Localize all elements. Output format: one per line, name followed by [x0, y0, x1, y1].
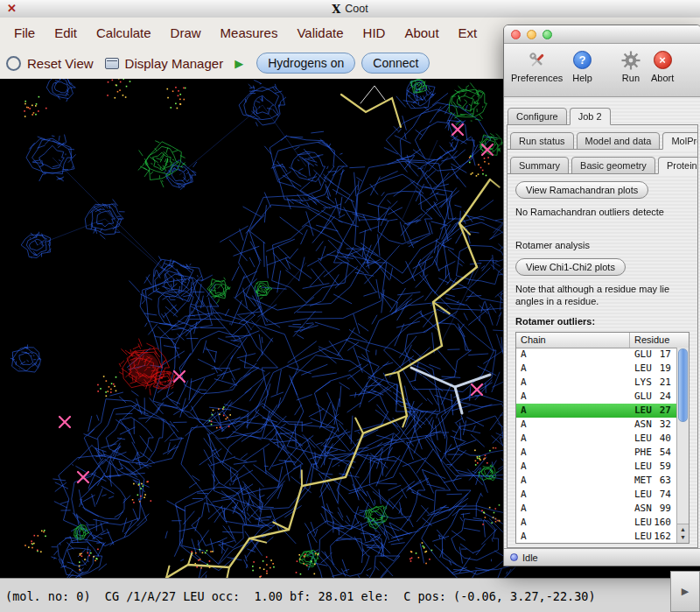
rotamer-row[interactable]: ALEU19: [516, 362, 677, 376]
ramachandran-result: No Ramachandran outliers detecte: [515, 207, 664, 217]
menu-validate[interactable]: Validate: [287, 25, 353, 40]
reset-view-icon[interactable]: [6, 56, 21, 71]
menu-file[interactable]: File: [4, 25, 45, 40]
rotamer-outliers-table: Chain Residue AGLU17ALEU19ALYS21AGLU24AL…: [515, 332, 690, 544]
window-title: X Coot: [0, 0, 700, 18]
tab-job-2[interactable]: Job 2: [570, 108, 611, 125]
run-button[interactable]: Run: [620, 48, 641, 83]
abort-label: Abort: [651, 73, 674, 83]
notebook-level2: Run status Model and data MolProbit: [508, 125, 697, 150]
scrollbar-thumb[interactable]: [678, 348, 688, 422]
rotamer-analysis-label: Rotamer analysis: [515, 240, 590, 250]
column-header-chain[interactable]: Chain: [516, 333, 630, 348]
molprobity-window: Preferences ? Help: [503, 25, 700, 566]
menu-edit[interactable]: Edit: [45, 25, 87, 40]
tab-basic-geometry[interactable]: Basic geometry: [571, 157, 655, 174]
tab-protein[interactable]: Protein: [658, 157, 697, 174]
tab-molprobity[interactable]: MolProbit: [662, 132, 698, 150]
menu-measures[interactable]: Measures: [211, 25, 288, 40]
rotamer-note-line1: Note that although a residue may lie: [515, 284, 669, 294]
scrollbar-arrows[interactable]: ▲▼: [677, 524, 689, 543]
rotamer-row[interactable]: APHE54: [516, 446, 677, 460]
screen: ✕ X Coot FileEditCalculateDrawMeasuresVa…: [0, 0, 700, 612]
preferences-icon: [527, 48, 548, 72]
help-icon: ?: [573, 51, 592, 69]
column-header-residue[interactable]: Residue: [630, 333, 689, 348]
dialog-toolbar: Preferences ? Help: [504, 44, 700, 97]
rotamer-row[interactable]: AMET63: [516, 474, 677, 488]
dialog-titlebar[interactable]: [504, 25, 700, 44]
rotamer-outliers-label: Rotamer outliers:: [515, 316, 595, 327]
preferences-button[interactable]: Preferences: [511, 48, 563, 83]
green-arrow-icon[interactable]: ▶: [234, 58, 243, 69]
view-ramachandran-button[interactable]: View Ramachandran plots: [515, 181, 648, 199]
menu-hid[interactable]: HID: [354, 25, 396, 40]
view-chi-plots-button[interactable]: View Chi1-Chi2 plots: [515, 258, 626, 276]
job-frame: Run status Model and data MolProbit Summ…: [507, 124, 698, 548]
zoom-light-icon[interactable]: [542, 30, 552, 39]
display-manager-button[interactable]: Display Manager: [125, 56, 224, 71]
menu-calculate[interactable]: Calculate: [87, 25, 161, 40]
tab-summary[interactable]: Summary: [510, 157, 569, 174]
connect-toggle[interactable]: Connect: [361, 53, 430, 74]
gear-icon: [620, 48, 641, 72]
atom-status-text: (mol. no: 0) CG /1/A/27 LEU occ: 1.00 bf…: [5, 589, 596, 603]
rotamer-row[interactable]: ALEU59: [516, 460, 677, 474]
tab-configure[interactable]: Configure: [508, 108, 567, 125]
reset-view-button[interactable]: Reset View: [27, 56, 94, 71]
minimize-light-icon[interactable]: [527, 30, 536, 39]
rotamer-row[interactable]: AGLU17: [516, 348, 677, 362]
help-button[interactable]: ? Help: [572, 48, 592, 83]
dialog-status-text: Idle: [522, 552, 538, 563]
scroll-corner[interactable]: ▶: [670, 571, 700, 612]
table-scrollbar[interactable]: ▲▼: [676, 348, 689, 543]
x11-icon: X: [332, 3, 340, 16]
abort-button[interactable]: × Abort: [651, 48, 674, 83]
table-body: AGLU17ALEU19ALYS21AGLU24ALEU27AASN32ALEU…: [516, 348, 677, 543]
rotamer-row[interactable]: ALEU162: [516, 530, 677, 543]
rotamer-row[interactable]: ALEU74: [516, 488, 677, 502]
help-label: Help: [572, 73, 592, 83]
coot-titlebar[interactable]: ✕ X Coot: [0, 0, 700, 18]
abort-icon: ×: [654, 51, 672, 69]
menu-draw[interactable]: Draw: [161, 25, 211, 40]
preferences-label: Preferences: [511, 73, 563, 83]
rotamer-row[interactable]: AGLU24: [516, 390, 677, 404]
coot-status-bar: (mol. no: 0) CG /1/A/27 LEU occ: 1.00 bf…: [0, 578, 700, 612]
rotamer-note-line2: angles in a residue.: [515, 296, 598, 306]
status-indicator-icon: [510, 553, 518, 561]
rotamer-row[interactable]: AASN99: [516, 502, 677, 516]
table-header: Chain Residue: [516, 333, 689, 348]
notebook-level1: Configure Job 2: [504, 97, 700, 125]
tab-run-status[interactable]: Run status: [510, 132, 574, 150]
protein-panel: View Ramachandran plots No Ramachandran …: [508, 173, 697, 547]
notebook-level3: Summary Basic geometry Protein C: [508, 150, 697, 174]
run-label: Run: [622, 73, 640, 83]
rotamer-row[interactable]: ALEU160: [516, 516, 677, 530]
rotamer-row[interactable]: ALEU40: [516, 432, 677, 446]
molprobity-frame: Summary Basic geometry Protein C View Ra…: [508, 149, 697, 547]
dialog-status-bar: Idle: [504, 548, 700, 566]
tab-model-and-data[interactable]: Model and data: [577, 132, 661, 150]
window-title-text: Coot: [345, 3, 368, 15]
rotamer-row[interactable]: ALYS21: [516, 376, 677, 390]
rotamer-row[interactable]: AASN32: [516, 418, 677, 432]
rotamer-row[interactable]: ALEU27: [516, 404, 677, 418]
display-manager-icon[interactable]: [105, 58, 119, 69]
menu-about[interactable]: About: [395, 25, 448, 40]
hydrogens-toggle[interactable]: Hydrogens on: [256, 53, 355, 74]
close-light-icon[interactable]: [511, 30, 521, 39]
scroll-right-icon: ▶: [682, 586, 689, 597]
menu-ext[interactable]: Ext: [449, 25, 487, 40]
